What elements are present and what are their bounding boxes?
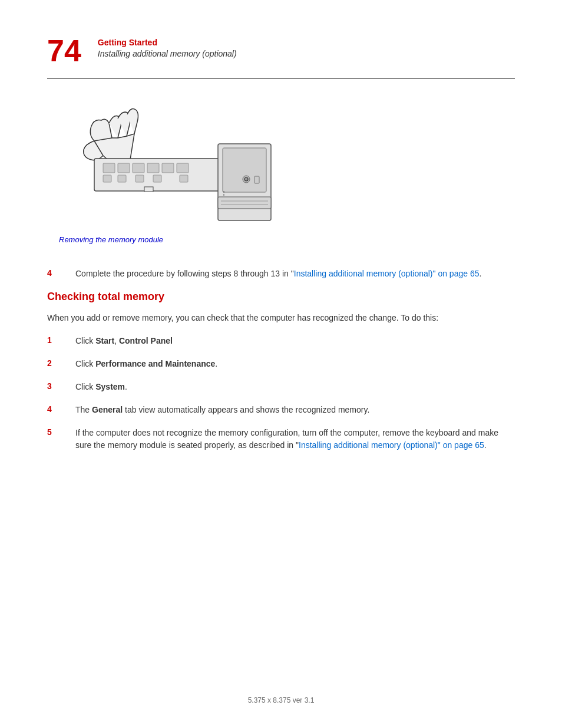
svg-rect-17	[254, 176, 259, 183]
page: 74 Getting Started Installing additional…	[0, 0, 562, 728]
svg-rect-2	[118, 163, 130, 173]
step-number-4: 4	[47, 404, 65, 414]
svg-rect-4	[147, 163, 159, 173]
svg-rect-10	[135, 175, 144, 182]
step-link-5[interactable]: Installing additional memory (optional)"…	[299, 440, 484, 450]
page-footer: 5.375 x 8.375 ver 3.1	[0, 696, 562, 704]
step-5: 5 If the computer does not recognize the…	[47, 427, 515, 452]
svg-rect-11	[153, 175, 161, 182]
header-title: Getting Started	[98, 38, 237, 47]
step-4-pre: 4 Complete the procedure by following st…	[47, 268, 515, 280]
step-text-2: Click Performance and Maintenance.	[75, 358, 515, 370]
section-heading-checking-memory: Checking total memory	[47, 291, 515, 303]
image-caption: Removing the memory module	[59, 235, 163, 244]
page-number: 74	[47, 35, 81, 66]
step-text-1: Click Start, Control Panel	[75, 335, 515, 347]
footer-text: 5.375 x 8.375 ver 3.1	[248, 696, 315, 704]
svg-rect-3	[133, 163, 144, 173]
svg-rect-9	[118, 175, 126, 182]
step-link-4-pre[interactable]: Installing additional memory (optional)"…	[294, 269, 480, 278]
step-number-1: 1	[47, 335, 65, 345]
step-number-5: 5	[47, 427, 65, 437]
header-subtitle: Installing additional memory (optional)	[98, 49, 237, 58]
image-container: Removing the memory module	[59, 94, 515, 256]
step-1: 1 Click Start, Control Panel	[47, 335, 515, 347]
svg-rect-7	[144, 187, 153, 192]
svg-rect-8	[103, 175, 111, 182]
page-header: 74 Getting Started Installing additional…	[47, 35, 515, 66]
memory-module-illustration	[59, 94, 283, 235]
header-divider	[47, 78, 515, 79]
step-number-2: 2	[47, 358, 65, 368]
svg-rect-12	[180, 175, 188, 182]
step-3: 3 Click System.	[47, 381, 515, 393]
section-intro: When you add or remove memory, you can c…	[47, 311, 515, 324]
header-text: Getting Started Installing additional me…	[98, 35, 237, 58]
step-text-5: If the computer does not recognize the m…	[75, 427, 515, 452]
step-2: 2 Click Performance and Maintenance.	[47, 358, 515, 370]
step-text-4: The General tab view automatically appea…	[75, 404, 515, 416]
svg-rect-1	[103, 163, 115, 173]
svg-rect-18	[218, 197, 271, 209]
svg-rect-14	[223, 148, 266, 192]
svg-point-16	[244, 177, 248, 181]
svg-rect-6	[177, 163, 189, 173]
step-text-4-pre: Complete the procedure by following step…	[75, 268, 515, 280]
step-number-3: 3	[47, 381, 65, 391]
step-text-3: Click System.	[75, 381, 515, 393]
step-4: 4 The General tab view automatically app…	[47, 404, 515, 416]
step-number-4-pre: 4	[47, 268, 65, 278]
svg-rect-5	[162, 163, 174, 173]
